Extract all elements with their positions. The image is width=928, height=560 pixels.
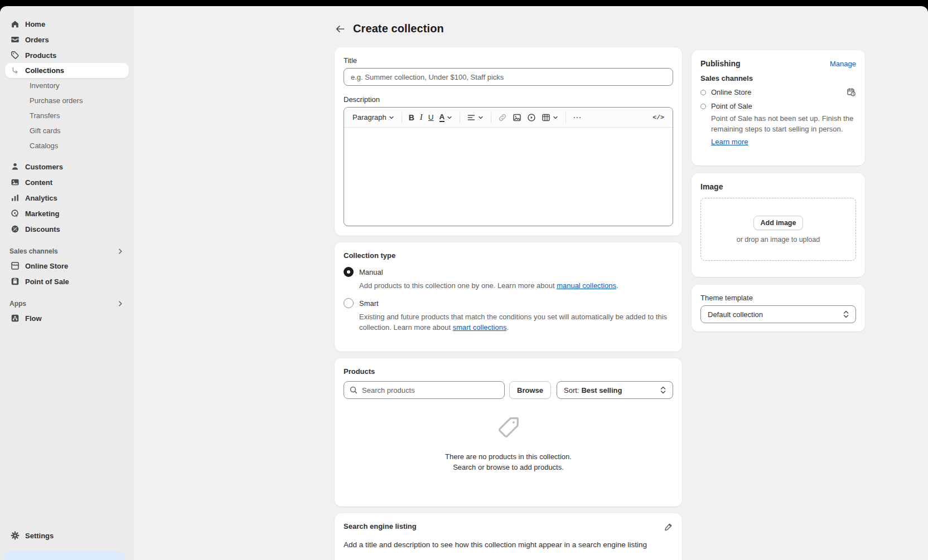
sidebar-item-gift-cards[interactable]: Gift cards	[5, 123, 129, 138]
channel-label: Point of Sale	[711, 102, 752, 110]
image-icon	[513, 113, 521, 122]
manual-radio-row[interactable]: Manual	[344, 267, 673, 277]
seo-card: Search engine listing Add a title and de…	[335, 513, 682, 560]
theme-template-label: Theme template	[700, 294, 856, 302]
add-image-button[interactable]: Add image	[753, 216, 804, 230]
main-content: Create collection Title Description Para…	[134, 6, 928, 560]
drop-hint-text: or drop an image to upload	[737, 236, 820, 244]
theme-template-value: Default collection	[708, 310, 763, 319]
manual-collections-link[interactable]: manual collections	[557, 281, 616, 290]
sidebar-item-customers[interactable]: Customers	[5, 159, 129, 174]
sidebar-item-orders[interactable]: Orders	[5, 32, 129, 47]
pos-setup-note: Point of Sale has not been set up. Finis…	[711, 113, 856, 134]
chevron-right-icon	[117, 247, 124, 255]
sidebar-section-apps[interactable]: Apps	[5, 297, 129, 310]
sort-select[interactable]: Sort: Best selling	[557, 381, 673, 399]
description-editor-body[interactable]	[344, 128, 673, 226]
right-column: Publishing Manage Sales channels Online …	[692, 50, 865, 339]
sidebar-item-label: Gift cards	[30, 126, 61, 135]
sort-value: Best selling	[581, 386, 622, 395]
sidebar-item-home[interactable]: Home	[5, 16, 129, 32]
sidebar-item-transfers[interactable]: Transfers	[5, 108, 129, 123]
sidebar-item-label: Point of Sale	[25, 277, 69, 286]
italic-button[interactable]: I	[417, 110, 426, 125]
text-color-button[interactable]: A	[437, 110, 456, 125]
sidebar-section-sales-channels[interactable]: Sales channels	[5, 245, 129, 258]
image-dropzone[interactable]: Add image or drop an image to upload	[700, 198, 856, 261]
sidebar-item-collections[interactable]: Collections	[5, 63, 129, 78]
sidebar-item-catalogs[interactable]: Catalogs	[5, 138, 129, 153]
table-icon	[542, 113, 550, 122]
manual-description: Add products to this collection one by o…	[359, 280, 673, 291]
section-label: Apps	[9, 300, 26, 308]
align-left-icon	[467, 113, 476, 122]
insert-video-button[interactable]	[524, 110, 539, 125]
sidebar-item-point-of-sale[interactable]: Point of Sale	[5, 274, 129, 289]
chevron-down-icon	[388, 114, 395, 121]
more-options-button[interactable]: ⋯	[570, 110, 584, 125]
radio-unselected-icon[interactable]	[344, 298, 354, 308]
schedule-icon[interactable]	[847, 87, 856, 97]
link-button[interactable]	[495, 110, 510, 125]
bold-button[interactable]: B	[406, 110, 417, 125]
sidebar-item-products[interactable]: Products	[5, 47, 129, 63]
products-title: Products	[344, 367, 673, 376]
sidebar-item-marketing[interactable]: Marketing	[5, 206, 129, 221]
sidebar-item-label: Marketing	[25, 210, 59, 218]
theme-template-select[interactable]: Default collection	[700, 305, 856, 323]
products-card: Products Browse Sort: Best selling	[335, 358, 682, 507]
smart-description: Existing and future products that match …	[359, 311, 673, 333]
toolbar-divider	[566, 112, 566, 123]
smart-radio-label: Smart	[359, 299, 379, 308]
online-store-icon	[9, 261, 20, 271]
sidebar-item-discounts[interactable]: Discounts	[5, 221, 129, 237]
smart-radio-row[interactable]: Smart	[344, 298, 673, 308]
back-button[interactable]	[335, 23, 346, 35]
channel-status-icon	[700, 90, 706, 95]
sidebar-item-label: Discounts	[25, 225, 60, 233]
show-html-button[interactable]: </>	[650, 110, 667, 125]
subnav-hook-icon	[9, 65, 20, 76]
insert-image-button[interactable]	[510, 110, 524, 125]
edit-pencil-icon[interactable]	[664, 522, 673, 532]
title-label: Title	[344, 56, 673, 65]
sidebar-item-purchase-orders[interactable]: Purchase orders	[5, 93, 129, 108]
marketing-icon	[9, 208, 20, 219]
seo-title: Search engine listing	[344, 522, 417, 530]
sidebar-item-content[interactable]: Content	[5, 174, 129, 190]
home-icon	[9, 19, 20, 30]
left-column: Title Description Paragraph B I U	[335, 47, 682, 560]
toolbar-divider	[402, 112, 402, 123]
sidebar-item-settings[interactable]: Settings	[5, 528, 129, 543]
smart-collections-link[interactable]: smart collections	[453, 323, 507, 332]
image-title: Image	[700, 182, 856, 191]
sidebar-item-label: Collections	[25, 66, 64, 75]
collection-type-title: Collection type	[344, 251, 673, 260]
analytics-icon	[9, 193, 20, 203]
sidebar-item-online-store[interactable]: Online Store	[5, 258, 129, 274]
stepper-icon	[659, 386, 667, 395]
radio-selected-icon[interactable]	[344, 267, 354, 277]
sidebar-item-label: Online Store	[25, 262, 68, 270]
learn-more-link[interactable]: Learn more	[711, 138, 748, 146]
sidebar-item-flow[interactable]: Flow	[5, 310, 129, 326]
sidebar-item-inventory[interactable]: Inventory	[5, 78, 129, 93]
toolbar-divider	[491, 112, 491, 123]
chevron-down-icon	[446, 114, 453, 121]
paragraph-style-dropdown[interactable]: Paragraph	[350, 110, 398, 125]
manage-link[interactable]: Manage	[830, 60, 856, 68]
alignment-button[interactable]	[464, 110, 487, 125]
customers-icon	[9, 162, 20, 172]
sidebar-item-label: Catalogs	[30, 142, 58, 150]
description-label: Description	[344, 95, 673, 104]
sidebar-gap	[0, 153, 134, 159]
empty-state-line2: Search or browse to add products.	[344, 462, 673, 473]
search-products-input[interactable]	[344, 381, 505, 399]
sidebar-item-analytics[interactable]: Analytics	[5, 190, 129, 206]
insert-table-button[interactable]	[539, 110, 562, 125]
underline-button[interactable]: U	[426, 110, 437, 125]
sidebar-banner-truncated[interactable]	[4, 551, 125, 560]
chevron-down-icon	[477, 114, 484, 121]
title-input[interactable]	[344, 68, 673, 86]
browse-button[interactable]: Browse	[509, 381, 551, 399]
